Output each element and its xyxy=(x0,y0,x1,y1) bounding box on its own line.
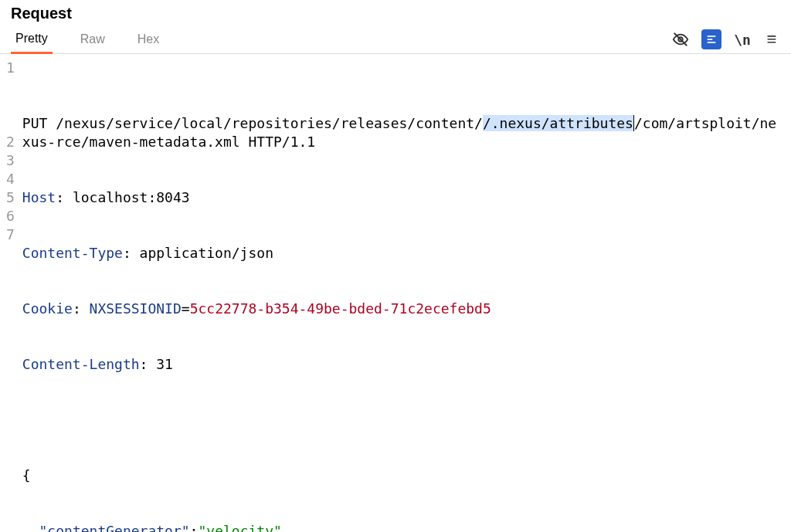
tab-hex[interactable]: Hex xyxy=(133,26,164,53)
request-editor[interactable]: 1 2 3 4 5 6 7 PUT /nexus/service/local/r… xyxy=(0,54,791,532)
body-open-brace[interactable]: { xyxy=(22,466,783,485)
header-host[interactable]: Host: localhost:8043 xyxy=(22,188,783,207)
header-cookie[interactable]: Cookie: NXSESSIONID=5cc22778-b354-49be-b… xyxy=(22,300,783,318)
blank-line[interactable] xyxy=(22,411,783,429)
menu-icon[interactable]: ≡ xyxy=(763,31,780,48)
request-line-method-path[interactable]: PUT /nexus/service/local/repositories/re… xyxy=(22,114,783,151)
visibility-off-icon[interactable] xyxy=(672,31,689,48)
body-content[interactable]: "contentGenerator":"velocity" xyxy=(22,522,783,532)
format-icon[interactable] xyxy=(701,29,721,49)
tab-pretty[interactable]: Pretty xyxy=(11,25,53,54)
selected-path-segment[interactable]: /.nexus/attributes xyxy=(483,115,633,131)
request-tabs: Pretty Raw Hex \n ≡ xyxy=(0,25,791,54)
header-content-type[interactable]: Content-Type: application/json xyxy=(22,244,783,263)
header-content-length[interactable]: Content-Length: 31 xyxy=(22,355,783,374)
tab-raw[interactable]: Raw xyxy=(76,26,110,53)
newline-toggle[interactable]: \n xyxy=(734,31,751,48)
request-gutter: 1 2 3 4 5 6 7 xyxy=(0,59,22,532)
request-title: Request xyxy=(0,0,791,25)
